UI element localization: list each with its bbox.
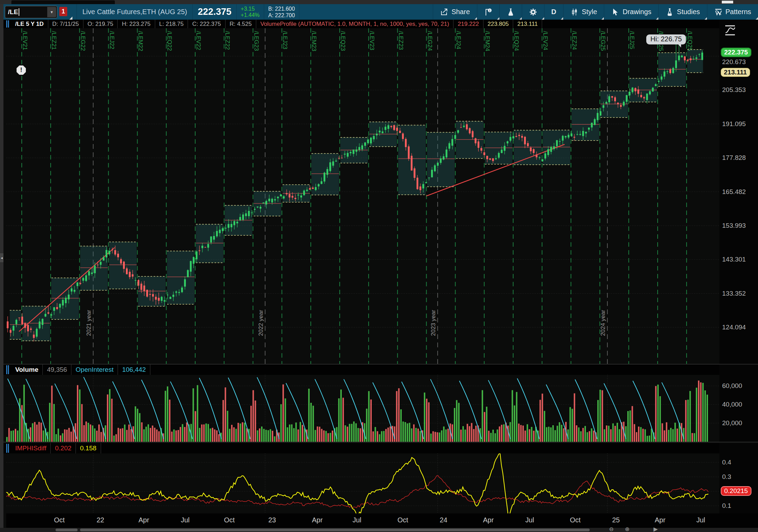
- price-tick: 124.094: [722, 324, 746, 331]
- svg-text:/LEV21: /LEV21: [22, 31, 28, 50]
- time-axis-label: Jul: [696, 516, 705, 524]
- imphisdiff-axis[interactable]: 0.40.30.10.20215: [719, 443, 758, 513]
- volume-plot[interactable]: [6, 375, 719, 442]
- svg-text:/LEV24: /LEV24: [542, 31, 549, 50]
- price-chart-plot[interactable]: 2021 year2022 year2023 year2024 year/LEV…: [6, 28, 719, 364]
- time-axis-corner: [719, 513, 758, 528]
- zoom-in-icon[interactable]: ⊕: [625, 526, 629, 532]
- drawings-button[interactable]: Drawings: [604, 4, 658, 20]
- share-button[interactable]: Share: [433, 4, 477, 20]
- time-axis-label: Apr: [483, 516, 493, 524]
- style-button[interactable]: Style: [563, 4, 604, 20]
- ohlc-date: D: 7/11/25: [48, 20, 83, 28]
- change-pct: +1.44%: [241, 12, 260, 18]
- last-price-badge: 222.375: [721, 48, 751, 57]
- price-tick: 205.353: [722, 86, 746, 94]
- chart-toolbar: /LE ▼ 1 Live Cattle Futures,ETH (AUG 25)…: [0, 4, 758, 20]
- window-tab-strip: [0, 0, 758, 4]
- panel-grip[interactable]: [6, 444, 10, 453]
- price-tick: 133.352: [722, 290, 746, 297]
- time-axis-label: Oct: [397, 516, 408, 524]
- zoom-out-icon[interactable]: ⊖: [609, 526, 614, 532]
- panel-grip[interactable]: [6, 365, 10, 374]
- imphis-last-badge: 0.20215: [721, 486, 751, 496]
- ohlc-range: R: 4.525: [226, 20, 256, 28]
- svg-text:/LEG24: /LEG24: [427, 31, 433, 51]
- bid-value: B: 221.600: [268, 6, 295, 12]
- patterns-button[interactable]: Patterns: [707, 4, 758, 20]
- svg-text:/LEZ23: /LEZ23: [398, 31, 404, 50]
- last-price: 222.375: [193, 7, 236, 17]
- window-tab[interactable]: [11, 0, 115, 4]
- volume-tick: 40,000: [722, 401, 742, 408]
- instrument-title: Live Cattle Futures,ETH (AUG 25): [77, 8, 192, 16]
- svg-text:/LEG22: /LEG22: [80, 31, 86, 51]
- time-axis-label: 23: [268, 516, 276, 524]
- window-control[interactable]: [722, 1, 733, 3]
- analysis-tools-button[interactable]: [499, 4, 522, 20]
- time-axis-label: Jul: [181, 516, 190, 524]
- time-axis-label: 22: [97, 516, 104, 524]
- ask-value: A: 222.700: [268, 12, 295, 19]
- svg-text:/LEV22: /LEV22: [195, 31, 202, 50]
- study-poc-value: 219.222: [453, 20, 483, 28]
- price-tick: 177.828: [722, 154, 746, 162]
- studies-button[interactable]: Studies: [658, 4, 707, 20]
- volume-header-row: Volume 49,356 OpenInterest 106,442: [0, 365, 758, 375]
- price-tick: 165.482: [722, 188, 746, 196]
- open-interest-value: 106,442: [118, 365, 150, 375]
- study-label[interactable]: VolumeProfile (AUTOMATIC, 1.0, MONTH, 1,…: [256, 20, 453, 28]
- ohlc-low: L: 218.75: [155, 20, 188, 28]
- flag-note-button[interactable]: i: [477, 4, 499, 20]
- scrollbar-thumb[interactable]: [80, 529, 590, 531]
- symbol-dropdown-arrow-icon[interactable]: ▼: [47, 7, 56, 17]
- symbol-input[interactable]: /LE ▼: [5, 6, 57, 18]
- cursor-arrow-icon: [611, 8, 619, 16]
- candlestick-icon: [570, 8, 579, 16]
- prev-close-label: 220.673: [722, 58, 746, 66]
- svg-text:/LEV23: /LEV23: [369, 31, 375, 50]
- ohlc-high: H: 223.275: [118, 20, 155, 28]
- svg-text:/LEJ25: /LEJ25: [629, 31, 635, 49]
- svg-text:/LEM23: /LEM23: [311, 31, 317, 51]
- panel-divider[interactable]: [0, 442, 758, 442]
- symbol-period: /LE 5 Y 1D: [11, 20, 48, 28]
- time-axis-label: 24: [440, 516, 447, 524]
- svg-text:/LEZ24: /LEZ24: [571, 31, 578, 50]
- va-low-badge: 213.111: [721, 68, 750, 77]
- timeframe-button[interactable]: D: [544, 4, 563, 20]
- svg-text:/LEJ22: /LEJ22: [109, 31, 115, 49]
- svg-text:/LEZ22: /LEZ22: [224, 31, 231, 50]
- share-icon: [440, 8, 448, 16]
- price-axis[interactable]: 205.353191.095177.828165.482153.993143.3…: [719, 20, 758, 364]
- symbol-input-value: /LE: [5, 8, 18, 16]
- panel-grip[interactable]: [6, 20, 10, 28]
- imphisdiff-label[interactable]: IMPHISdiff: [11, 443, 51, 453]
- svg-text:/LEQ23: /LEQ23: [340, 31, 346, 51]
- warning-icon[interactable]: !: [17, 65, 26, 75]
- imphisdiff-yellow-value: 0.158: [76, 443, 101, 453]
- left-gutter: ◂: [0, 4, 3, 528]
- chart-maximize-icon[interactable]: [724, 24, 736, 36]
- volume-value: 49,356: [43, 365, 71, 375]
- volume-label[interactable]: Volume: [11, 365, 43, 375]
- open-interest-label[interactable]: OpenInterest: [71, 365, 118, 375]
- svg-text:/LEM24: /LEM24: [484, 31, 491, 51]
- svg-text:/LEQ25: /LEQ25: [687, 31, 693, 51]
- play-icon[interactable]: ▶: [654, 526, 658, 532]
- price-tick: 191.095: [722, 120, 746, 128]
- imphisdiff-plot[interactable]: [6, 453, 719, 513]
- gear-icon: [529, 8, 537, 16]
- volume-axis[interactable]: 60,00040,00020,000: [719, 365, 758, 442]
- volume-tick: 20,000: [722, 419, 742, 427]
- scrollbar-segment[interactable]: [56, 529, 78, 531]
- text-cursor: [19, 8, 19, 16]
- settings-button[interactable]: [522, 4, 544, 20]
- time-axis-label: Oct: [224, 516, 235, 524]
- high-tooltip: Hi: 226.75: [646, 34, 686, 44]
- time-axis-label: Apr: [655, 516, 665, 524]
- sidebar-collapse-handle[interactable]: ◂: [0, 253, 3, 262]
- price-tick: 153.993: [722, 222, 746, 229]
- alert-count-badge[interactable]: 1: [59, 7, 67, 16]
- time-axis-label: Jul: [352, 516, 361, 524]
